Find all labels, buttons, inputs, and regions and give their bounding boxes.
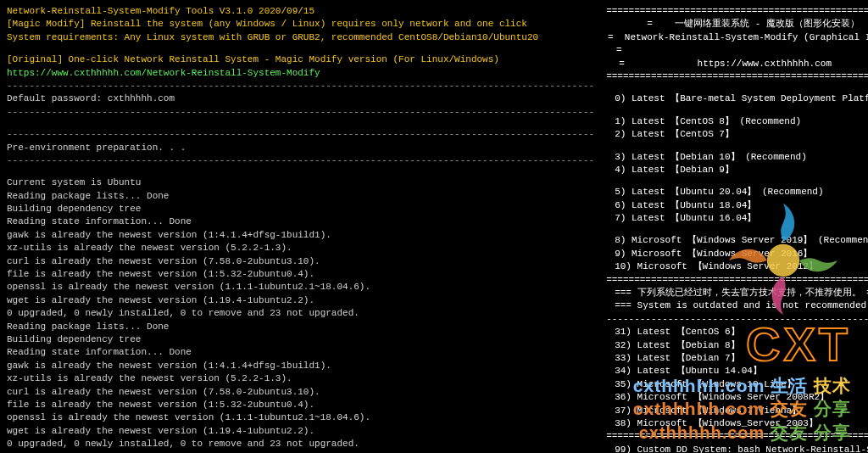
divider-eq: ========================================… xyxy=(606,5,868,18)
divider-eq: ========================================… xyxy=(606,70,868,83)
log-line: Current system is Ubuntu xyxy=(7,176,594,189)
log-line: file is already the newest version (1:5.… xyxy=(7,399,594,411)
menu-item-32[interactable]: 32) Latest 【Debian 8】 xyxy=(606,339,868,352)
menu-item-37[interactable]: 37) Microsoft 【Windows 7 Vienna】 xyxy=(606,405,868,417)
log-line: xz-utils is already the newest version (… xyxy=(7,242,594,254)
installer-title-cn: = 一键网络重装系统 - 魔改版（图形化安装） = xyxy=(606,18,868,31)
menu-item-9[interactable]: 9) Microsoft 【Windows Server 2016】 xyxy=(606,248,868,260)
left-pane: Network-Reinstall-System-Modify Tools V3… xyxy=(7,5,606,448)
header-line-2: [Magic Modify] Reinstall the system (any… xyxy=(7,18,594,31)
menu-item-38[interactable]: 38) Microsoft 【Windows_Server_2003】 xyxy=(606,417,868,430)
log-line: 0 upgraded, 0 newly installed, 0 to remo… xyxy=(7,438,594,450)
menu-item-99[interactable]: 99) Custom DD System: bash Network-Reins… xyxy=(606,444,868,453)
default-password-line: Default password: cxthhhhh.com xyxy=(7,92,594,105)
divider-eq: ========================================… xyxy=(606,430,868,443)
preenv-start: Pre-environment preparation. . . xyxy=(7,142,594,154)
menu-item-35[interactable]: 35) Microsoft 【Windows 10 Lite】 xyxy=(606,378,868,391)
default-password-value: cxthhhhh.com xyxy=(108,93,175,103)
log-line: wget is already the newest version (1.19… xyxy=(7,425,594,438)
menu-item-33[interactable]: 33) Latest 【Debian 7】 xyxy=(606,352,868,365)
menu-item-31[interactable]: 31) Latest 【CentOS 6】 xyxy=(606,326,868,338)
log-line: Building dependency tree xyxy=(7,203,594,215)
log-line: file is already the newest version (1:5.… xyxy=(7,268,594,281)
divider: ----------------------------------------… xyxy=(7,154,594,167)
menu-item-6[interactable]: 6) Latest 【Ubuntu 18.04】 xyxy=(606,199,868,212)
log-line: Reading package lists... Done xyxy=(7,321,594,333)
divider-eq: ========================================… xyxy=(606,274,868,287)
installer-title-en: = Network-Reinstall-System-Modify (Graph… xyxy=(606,31,868,44)
log-line: Building dependency tree xyxy=(7,333,594,346)
log-line: Reading package lists... Done xyxy=(7,190,594,203)
default-password-label: Default password: xyxy=(7,93,108,103)
installer-url[interactable]: = https://www.cxthhhhh.com = xyxy=(606,58,868,70)
menu-item-3[interactable]: 3) Latest 【Debian 10】 (Recommend) xyxy=(606,151,868,164)
divider-sub: ----------------------------------------… xyxy=(606,313,868,326)
menu-item-34[interactable]: 34) Latest 【Ubuntu 14.04】 xyxy=(606,365,868,378)
original-title: [Original] One-click Network Reinstall S… xyxy=(7,53,594,66)
menu-item-5[interactable]: 5) Latest 【Ubuntu 20.04】 (Recommend) xyxy=(606,186,868,199)
project-url[interactable]: https://www.cxthhhhh.com/Network-Reinsta… xyxy=(7,67,594,80)
log-line: 0 upgraded, 0 newly installed, 0 to remo… xyxy=(7,307,594,320)
log-line: curl is already the newest version (7.58… xyxy=(7,255,594,268)
divider: ----------------------------------------… xyxy=(7,80,594,92)
divider: ----------------------------------------… xyxy=(7,128,594,141)
log-line: gawk is already the newest version (1:4.… xyxy=(7,360,594,372)
menu-item-7[interactable]: 7) Latest 【Ubuntu 16.04】 xyxy=(606,212,868,225)
menu-item-4[interactable]: 4) Latest 【Debian 9】 xyxy=(606,164,868,176)
log-line: curl is already the newest version (7.58… xyxy=(7,386,594,399)
menu-item-2[interactable]: 2) Latest 【CentOS 7】 xyxy=(606,128,868,141)
divider: ----------------------------------------… xyxy=(7,106,594,119)
log-line: Reading state information... Done xyxy=(7,215,594,228)
installer-blankline: = = xyxy=(606,44,868,57)
header-line-3: System requirements: Any Linux system wi… xyxy=(7,31,594,44)
log-line: Reading state information... Done xyxy=(7,346,594,359)
right-pane: ========================================… xyxy=(606,5,868,448)
menu-item-0[interactable]: 0) Latest 【Bare-metal System Deployment … xyxy=(606,92,868,105)
menu-item-1[interactable]: 1) Latest 【CentOS 8】 (Recommend) xyxy=(606,115,868,128)
terminal-screen: Network-Reinstall-System-Modify Tools V3… xyxy=(0,0,868,453)
log-line: wget is already the newest version (1.19… xyxy=(7,294,594,307)
log-line: xz-utils is already the newest version (… xyxy=(7,372,594,385)
menu-item-10[interactable]: 10) Microsoft 【Windows Server 2012】 xyxy=(606,260,868,273)
deprecated-cn: === 下列系统已经过时，失去官方技术支持，不推荐使用。 === xyxy=(606,287,868,299)
log-line: gawk is already the newest version (1:4.… xyxy=(7,229,594,242)
log-line: openssl is already the newest version (1… xyxy=(7,281,594,294)
menu-item-8[interactable]: 8) Microsoft 【Windows Server 2019】 (Reco… xyxy=(606,234,868,247)
log-line: openssl is already the newest version (1… xyxy=(7,411,594,424)
deprecated-en: === System is outdated and is not recomm… xyxy=(606,299,868,312)
menu-item-36[interactable]: 36) Microsoft 【Windows Server 2008R2】 xyxy=(606,391,868,404)
tool-title: Network-Reinstall-System-Modify Tools V3… xyxy=(7,5,594,18)
